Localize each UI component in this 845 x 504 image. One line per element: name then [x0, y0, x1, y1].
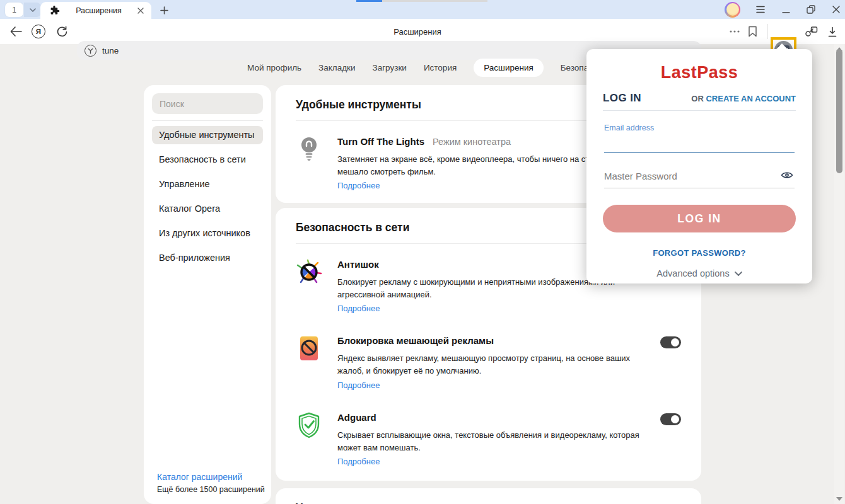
tab-close-button[interactable] — [137, 8, 144, 14]
forgot-password-link[interactable]: FORGOT PASSWORD? — [586, 248, 812, 258]
chevron-down-icon — [30, 8, 36, 12]
or-text: OR — [691, 94, 706, 103]
sidebar-search — [152, 93, 263, 114]
section-management: Управление — [276, 488, 701, 504]
refresh-icon — [56, 26, 68, 38]
yandex-logo-button[interactable]: Я — [30, 19, 47, 44]
puzzle-icon — [50, 6, 60, 15]
tab-history[interactable]: История — [424, 63, 457, 72]
toolbar-divider — [767, 24, 768, 39]
tune-favicon — [84, 45, 96, 57]
page-title: Расширения — [393, 19, 441, 44]
plus-icon — [160, 6, 168, 14]
downloads-button[interactable] — [824, 19, 841, 44]
adguard-shield-icon — [296, 412, 322, 467]
sidebar-divider — [152, 120, 263, 121]
more-details-link[interactable]: Подробнее — [337, 381, 380, 390]
more-details-link[interactable]: Подробнее — [337, 457, 380, 466]
extension-name: Adguard — [337, 412, 376, 423]
bookmark-button[interactable] — [744, 19, 760, 44]
download-icon — [827, 26, 837, 37]
popup-divider — [603, 110, 796, 111]
show-password-button[interactable] — [781, 171, 793, 182]
more-details-link[interactable]: Подробнее — [337, 181, 380, 190]
extension-description: Яндекс выявляет рекламу, мешающую просмо… — [337, 352, 645, 377]
extensions-sidebar: Удобные инструменты Безопасность в сети … — [144, 85, 271, 504]
sidebar-item-web-apps[interactable]: Веб-приложения — [152, 249, 263, 267]
bookmark-icon — [748, 26, 757, 37]
extension-row-ad-blocking: Блокировка мешающей рекламы Яндекс выявл… — [276, 314, 701, 390]
more-details-link[interactable]: Подробнее — [337, 304, 380, 313]
close-icon — [832, 6, 840, 13]
tab-extensions[interactable]: Расширения — [474, 59, 544, 77]
tab-counter-button[interactable]: 1 — [5, 3, 23, 17]
browser-window: 1 Расширения — [0, 0, 845, 504]
extensions-catalog-note: Ещё более 1500 расширений — [157, 485, 265, 494]
sidebar-item-opera-catalog[interactable]: Каталог Opera — [152, 200, 263, 218]
url-text: tune — [102, 46, 119, 55]
scrollbar-thumb[interactable] — [836, 49, 842, 173]
chevron-down-icon — [735, 272, 742, 276]
password-manager-button[interactable] — [802, 19, 820, 44]
scrollbar-down-arrow[interactable] — [836, 496, 843, 501]
antishock-icon — [296, 259, 322, 314]
minimize-icon — [782, 6, 790, 14]
refresh-button[interactable] — [54, 19, 70, 44]
extension-name: Блокировка мешающей рекламы — [337, 335, 494, 346]
advanced-options-toggle[interactable]: Advanced options — [586, 268, 812, 278]
yandex-logo-icon: Я — [32, 25, 45, 38]
extension-name: Turn Off The Lights — [337, 136, 424, 147]
key-icon — [805, 26, 818, 37]
tab-downloads[interactable]: Загрузки — [373, 63, 407, 72]
adguard-toggle-on[interactable] — [660, 413, 681, 425]
lastpass-popup: LastPass LOG IN OR CREATE AN ACCOUNT Ema… — [586, 49, 812, 284]
browser-tab[interactable]: Расширения — [40, 2, 151, 19]
email-label: Email address — [604, 123, 795, 132]
more-options-button[interactable] — [726, 19, 743, 44]
login-heading: LOG IN — [603, 92, 641, 105]
sidebar-item-other-sources[interactable]: Из других источников — [152, 224, 263, 243]
restore-icon — [807, 5, 815, 14]
sidebar-item-management[interactable]: Управление — [152, 175, 263, 193]
ad-blocking-toggle-on[interactable] — [660, 336, 681, 348]
back-button[interactable] — [8, 19, 24, 44]
back-arrow-icon — [10, 26, 22, 37]
extensions-catalog-link[interactable]: Каталог расширений — [157, 472, 265, 482]
lastpass-logo: LastPass — [586, 63, 812, 83]
extension-description: Скрывает всплывающие окна, текстовые объ… — [337, 429, 645, 454]
new-tab-button[interactable] — [157, 3, 171, 17]
tab-title: Расширения — [60, 6, 137, 15]
sidebar-item-convenient-tools[interactable]: Удобные инструменты — [152, 126, 263, 144]
tab-my-profile[interactable]: Мой профиль — [247, 63, 301, 72]
avatar-face — [726, 3, 739, 16]
extension-subtitle: Режим кинотеатра — [433, 137, 511, 147]
minimize-button[interactable] — [781, 4, 791, 14]
toolbar: Я tune Расширения — [0, 19, 845, 44]
close-button[interactable] — [831, 4, 841, 14]
extension-name: Антишок — [337, 259, 379, 270]
master-password-field[interactable] — [604, 171, 774, 181]
profile-avatar[interactable] — [725, 2, 740, 18]
search-input[interactable] — [152, 99, 263, 109]
page-scrollbar[interactable] — [834, 44, 844, 504]
tab-list-chevron-button[interactable] — [24, 3, 41, 17]
sidebar-item-network-security[interactable]: Безопасность в сети — [152, 151, 263, 169]
advanced-options-label: Advanced options — [656, 268, 729, 278]
tab-bar: 1 Расширения — [0, 0, 845, 19]
extension-row-adguard: Adguard Скрывает всплывающие окна, текст… — [276, 391, 701, 467]
section-title: Управление — [276, 488, 701, 504]
restore-button[interactable] — [806, 4, 816, 14]
tab-bookmarks[interactable]: Закладки — [318, 63, 355, 72]
hamburger-icon — [756, 6, 765, 13]
tab-progress-bar — [356, 0, 487, 2]
lightbulb-icon — [296, 136, 322, 191]
email-field[interactable] — [604, 132, 795, 153]
eye-icon — [781, 171, 793, 180]
menu-button[interactable] — [755, 4, 766, 14]
login-button[interactable]: LOG IN — [603, 205, 796, 232]
ad-block-icon — [296, 335, 322, 390]
ellipsis-icon — [730, 30, 740, 33]
create-account-link[interactable]: CREATE AN ACCOUNT — [706, 94, 796, 103]
